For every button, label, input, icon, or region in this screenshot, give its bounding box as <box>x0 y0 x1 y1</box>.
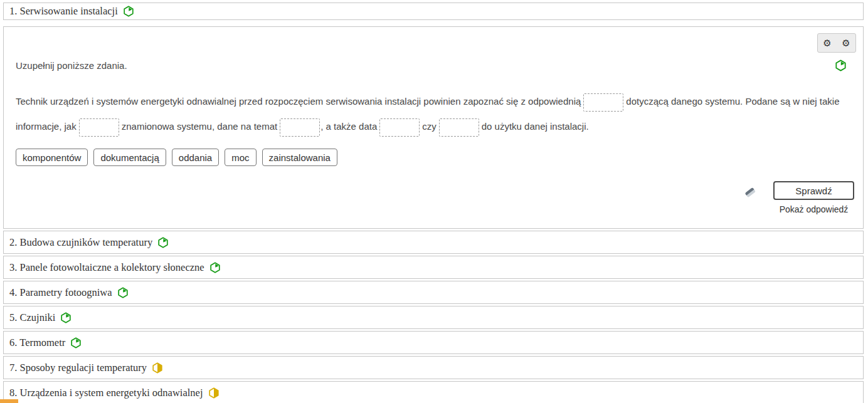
hexagon-exercise-icon <box>70 337 82 348</box>
accordion-item-7-label: 7. Sposoby regulacji temperatury <box>9 362 147 374</box>
next-section-edge <box>0 399 18 403</box>
exercise-actions: Sprawdź Pokaż odpowiedź <box>744 181 854 214</box>
exercise-panel: ⚙ ⚙ Uzupełnij poniższe zdania. Technik u… <box>3 26 864 229</box>
accordion-item-8[interactable]: 8. Urządzenia i system energetyki odnawi… <box>3 381 864 403</box>
answer-blank-1[interactable] <box>583 93 623 112</box>
gear-icon: ⚙ <box>823 38 831 49</box>
gear-icon: ⚙ <box>842 38 850 49</box>
word-tile[interactable]: moc <box>225 149 256 166</box>
sentence-text: znamionowa systemu, dane na temat <box>122 121 277 132</box>
accordion-item-3-label: 3. Panele fotowoltaiczne a kolektory sło… <box>9 261 204 274</box>
accordion-item-1-label: 1. Serwisowanie instalacji <box>9 5 118 18</box>
word-bank: komponentów dokumentacją oddania moc zai… <box>16 149 337 166</box>
exercise-page: 1. Serwisowanie instalacji ⚙ ⚙ Uzupełnij… <box>0 0 868 403</box>
settings-gear-button-2[interactable]: ⚙ <box>837 34 855 52</box>
answer-blank-5[interactable] <box>439 118 479 137</box>
accordion-item-5-label: 5. Czujniki <box>9 311 55 324</box>
hexagon-exercise-icon <box>157 237 169 248</box>
accordion-item-2[interactable]: 2. Budowa czujników temperatury <box>3 231 864 254</box>
word-tile[interactable]: dokumentacją <box>93 149 166 166</box>
hexagon-exercise-icon <box>209 262 221 273</box>
settings-button-group: ⚙ ⚙ <box>817 33 856 53</box>
word-tile[interactable]: komponentów <box>16 149 88 166</box>
hexagon-exercise-icon <box>152 362 163 374</box>
hexagon-exercise-icon <box>123 6 134 17</box>
sentence-text: do użytku danej instalacji. <box>482 121 589 132</box>
accordion-item-6-label: 6. Termometr <box>9 337 65 349</box>
word-tile[interactable]: zainstalowania <box>262 149 337 166</box>
exercise-instruction: Uzupełnij poniższe zdania. <box>16 60 127 71</box>
check-column: Sprawdź Pokaż odpowiedź <box>773 181 854 214</box>
cloze-sentence: Technik urządzeń i systemów energetyki o… <box>16 89 852 139</box>
eraser-button[interactable] <box>744 187 757 198</box>
show-answer-link[interactable]: Pokaż odpowiedź <box>780 204 849 214</box>
accordion-item-2-label: 2. Budowa czujników temperatury <box>9 236 152 249</box>
hexagon-exercise-icon <box>60 312 71 323</box>
hexagon-exercise-icon <box>208 387 220 399</box>
answer-blank-3[interactable] <box>280 118 320 137</box>
eraser-icon <box>744 191 757 200</box>
accordion-item-3[interactable]: 3. Panele fotowoltaiczne a kolektory sło… <box>3 256 864 279</box>
accordion-item-5[interactable]: 5. Czujniki <box>3 306 864 329</box>
accordion-item-1[interactable]: 1. Serwisowanie instalacji <box>3 3 864 20</box>
check-button[interactable]: Sprawdź <box>773 181 854 200</box>
answer-blank-2[interactable] <box>79 118 119 137</box>
accordion-item-6[interactable]: 6. Termometr <box>3 331 864 354</box>
sentence-text: , a także data <box>320 121 377 132</box>
answer-blank-4[interactable] <box>379 118 420 137</box>
accordion-list: 2. Budowa czujników temperatury 3. Panel… <box>3 231 864 403</box>
settings-gear-button-1[interactable]: ⚙ <box>818 34 837 52</box>
word-tile[interactable]: oddania <box>172 149 219 166</box>
accordion-item-4-label: 4. Parametry fotoogniwa <box>9 286 112 299</box>
hexagon-exercise-icon <box>117 287 129 298</box>
sentence-text: czy <box>422 121 437 132</box>
accordion-item-4[interactable]: 4. Parametry fotoogniwa <box>3 281 864 304</box>
accordion-item-8-label: 8. Urządzenia i system energetyki odnawi… <box>9 387 203 399</box>
accordion-item-7[interactable]: 7. Sposoby regulacji temperatury <box>3 356 864 379</box>
hexagon-exercise-icon <box>835 60 846 71</box>
sentence-text: Technik urządzeń i systemów energetyki o… <box>16 96 581 107</box>
